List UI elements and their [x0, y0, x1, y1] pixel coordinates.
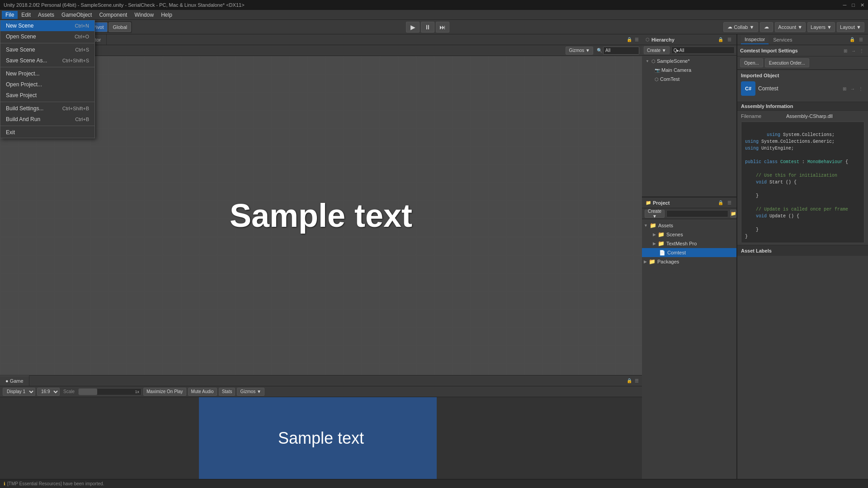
new-scene-shortcut: Ctrl+N [75, 23, 89, 28]
tab-game[interactable]: ● Game [0, 375, 29, 386]
inspector-lock-btn[interactable]: 🔒 [849, 36, 856, 43]
gizmos-btn[interactable]: Gizmos ▼ [566, 47, 593, 55]
scene-content: Sample text Persp [0, 56, 642, 375]
save-scene-as-label: Save Scene As... [6, 57, 47, 64]
hierarchy-item-maincamera[interactable]: 📷 Main Camera [642, 66, 736, 75]
scene-search[interactable] [603, 47, 639, 55]
menu-assets[interactable]: Assets [34, 11, 58, 19]
project-folder-btn[interactable]: 📁 [730, 210, 736, 218]
hierarchy-item-comtest[interactable]: ⬡ ComTest [642, 75, 736, 84]
scale-label: Scale [63, 389, 75, 394]
project-search[interactable] [666, 210, 728, 217]
hierarchy-search[interactable] [671, 47, 735, 54]
expand-arrow: ▼ [646, 59, 650, 63]
game-toolbar: Display 1 16:9 Scale 1x Maximize On Play… [0, 386, 642, 397]
camera-icon: 📷 [655, 68, 660, 73]
center-col: ⬡ Scene ▶ Animation ⊙ Animator 🔒 ☰ Shade… [0, 34, 642, 479]
scene-toolbar: Shaded ▼ 2D 💡 🔊 ✦ Gizmos ▼ 🔍 [0, 45, 642, 56]
import-settings-actions: Open... Execution Order... [737, 56, 868, 70]
menu-save-scene-as[interactable]: Save Scene As... Ctrl+Shift+S [0, 55, 94, 66]
menu-open-project[interactable]: Open Project... [0, 79, 94, 90]
close-btn[interactable]: ✕ [860, 2, 864, 8]
menu-window[interactable]: Window [131, 11, 157, 19]
layers-dropdown[interactable]: Layers ▼ [807, 22, 835, 32]
aspect-select[interactable]: 16:9 [37, 388, 60, 396]
import-settings-icon2[interactable]: → [850, 47, 857, 54]
packages-label: Packages [657, 259, 679, 264]
scene-menu-btn[interactable]: ☰ [633, 36, 640, 43]
open-project-label: Open Project... [6, 81, 42, 88]
hierarchy-lock-btn[interactable]: 🔒 [717, 36, 724, 43]
project-header: 📁 Project 🔒 ☰ [642, 197, 736, 208]
cloud-btn[interactable]: ☁ [760, 22, 773, 32]
scale-slider[interactable]: 1x [78, 388, 142, 395]
exit-label: Exit [6, 129, 15, 136]
project-title: Project [653, 200, 670, 206]
project-create-btn[interactable]: Create ▼ [645, 210, 665, 218]
inspector-header: Inspector Services 🔒 ☰ [737, 34, 868, 45]
project-item-comtest[interactable]: 📄 Comtest [642, 248, 736, 257]
menu-exit[interactable]: Exit [0, 127, 94, 138]
game-menu-btn[interactable]: ☰ [633, 377, 640, 385]
status-bar: ℹ [TMP Essential Resources] have been im… [0, 479, 868, 488]
cloud-icon: ☁ [727, 24, 732, 30]
menu-open-scene[interactable]: Open Scene Ctrl+O [0, 31, 94, 42]
project-item-textmeshpro[interactable]: ▶ 📁 TextMesh Pro [642, 239, 736, 248]
import-settings-icon3[interactable]: ⋮ [858, 47, 865, 54]
project-item-packages[interactable]: ▶ 📁 Packages [642, 257, 736, 266]
menu-build-settings[interactable]: Build Settings... Ctrl+Shift+B [0, 103, 94, 114]
scale-value: 1x [135, 389, 140, 394]
layout-dropdown[interactable]: Layout ▼ [837, 22, 864, 32]
hierarchy-title: Hierarchy [651, 37, 675, 42]
scene-lock-btn[interactable]: 🔒 [626, 36, 633, 43]
open-btn[interactable]: Open... [740, 58, 763, 67]
tab-inspector[interactable]: Inspector [741, 35, 769, 44]
menu-save-project[interactable]: Save Project [0, 90, 94, 101]
inspector-menu-btn[interactable]: ☰ [857, 36, 864, 43]
tab-services[interactable]: Services [769, 35, 796, 44]
project-item-assets[interactable]: ▼ 📁 Assets [642, 221, 736, 230]
inspector-content: Comtest Import Settings ⊞ → ⋮ Open... Ex… [737, 45, 868, 479]
menu-component[interactable]: Component [95, 11, 131, 19]
hierarchy-menu-btn[interactable]: ☰ [726, 36, 733, 43]
collab-label: Collab ▼ [734, 24, 754, 30]
menu-new-scene[interactable]: New Scene Ctrl+N [0, 20, 94, 31]
account-dropdown[interactable]: Account ▼ [775, 22, 806, 32]
hierarchy-search-bar: Create ▼ [642, 45, 736, 56]
project-lock-btn[interactable]: 🔒 [717, 199, 724, 206]
play-btn[interactable]: ▶ [406, 22, 420, 33]
menu-edit[interactable]: Edit [18, 11, 34, 19]
menu-help[interactable]: Help [157, 11, 176, 19]
imported-icon2[interactable]: → [849, 85, 856, 92]
new-project-label: New Project... [6, 70, 40, 77]
mute-audio-btn[interactable]: Mute Audio [188, 388, 217, 396]
hierarchy-item-samplescene[interactable]: ▼ ⬡ SampleScene* [642, 56, 736, 66]
maximize-on-play-btn[interactable]: Maximize On Play [143, 388, 186, 396]
project-item-scenes[interactable]: ▶ 📁 Scenes [642, 230, 736, 239]
imported-icon1[interactable]: ⊞ [841, 85, 848, 92]
hierarchy-content: ▼ ⬡ SampleScene* 📷 Main Camera ⬡ ComTest [642, 56, 736, 84]
title-bar: Unity 2018.2.0f2 Personal (64bit) - Samp… [0, 0, 868, 10]
import-settings-icon1[interactable]: ⊞ [842, 47, 849, 54]
menu-file[interactable]: File [2, 11, 18, 19]
step-btn[interactable]: ⏭ [436, 22, 449, 33]
game-lock-btn[interactable]: 🔒 [626, 377, 633, 385]
project-menu-btn[interactable]: ☰ [726, 199, 733, 206]
collab-btn[interactable]: ☁ Collab ▼ [723, 22, 758, 32]
execution-order-btn[interactable]: Execution Order... [765, 58, 809, 67]
minimize-btn[interactable]: ─ [843, 2, 847, 8]
game-gizmos-btn[interactable]: Gizmos ▼ [237, 388, 264, 396]
menu-new-project[interactable]: New Project... [0, 68, 94, 79]
hierarchy-create-btn[interactable]: Create ▼ [644, 46, 670, 54]
pause-btn[interactable]: ⏸ [421, 22, 434, 33]
menu-build-and-run[interactable]: Build And Run Ctrl+B [0, 114, 94, 125]
global-btn[interactable]: Global [108, 22, 131, 32]
cs-icon: C# [741, 81, 755, 96]
stats-btn[interactable]: Stats [219, 388, 236, 396]
display-select[interactable]: Display 1 [3, 388, 35, 396]
menu-gameobject[interactable]: GameObject [58, 11, 95, 19]
menu-save-scene[interactable]: Save Scene Ctrl+S [0, 44, 94, 55]
project-panel: 📁 Project 🔒 ☰ Create ▼ 📁 ⬆ ▼ 📁 Assets [642, 197, 736, 360]
maximize-btn[interactable]: □ [852, 2, 855, 8]
imported-icon3[interactable]: ⋮ [857, 85, 864, 92]
